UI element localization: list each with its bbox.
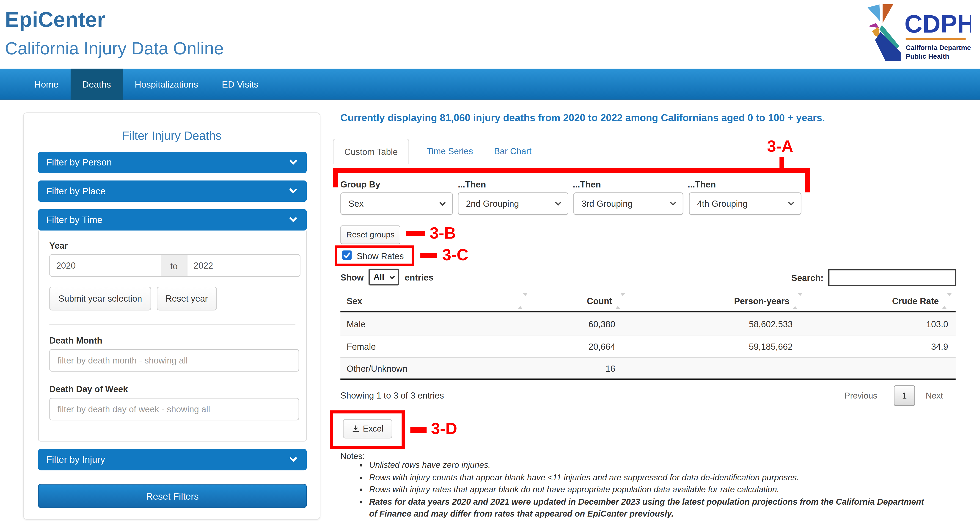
year-label: Year	[49, 240, 68, 251]
cell-crude-rate: 103.0	[815, 319, 956, 329]
column-header-sex-label: Sex	[347, 296, 362, 306]
death-month-label: Death Month	[49, 335, 102, 345]
annotation-3d-box	[330, 410, 405, 449]
reset-filters-button[interactable]: Reset Filters	[38, 484, 307, 508]
year-from-input[interactable]	[49, 254, 162, 277]
annotation-3b-dash	[406, 231, 425, 236]
page-subtitle: California Injury Data Online	[5, 39, 224, 59]
year-to-addon: to	[161, 254, 187, 277]
filter-panel: Filter Injury Deaths Filter by Person Fi…	[23, 113, 320, 520]
nav-item-hospitalizations[interactable]: Hospitalizations	[123, 69, 210, 100]
annotation-3a-connector	[780, 157, 784, 168]
then-label-2: ...Then	[573, 179, 601, 189]
fourth-grouping-select[interactable]: 4th Grouping	[689, 192, 802, 215]
tab-custom-table[interactable]: Custom Table	[333, 139, 409, 164]
tab-divider	[333, 164, 956, 164]
nav-item-deaths[interactable]: Deaths	[70, 69, 123, 100]
pagination-page-1[interactable]: 1	[894, 385, 915, 406]
cell-sex: Male	[340, 319, 528, 329]
sort-icon[interactable]	[792, 296, 803, 306]
notes-list: Unlisted rows have zero injuries. Rows w…	[358, 459, 925, 520]
note-item: Rates for data years 2020 and 2021 were …	[369, 496, 925, 520]
tab-bar-chart[interactable]: Bar Chart	[494, 139, 531, 164]
chevron-down-icon	[390, 274, 395, 279]
group-by-select-value: Sex	[348, 199, 364, 209]
annotation-3a-bracket-left	[333, 168, 338, 187]
sort-icon[interactable]	[615, 296, 625, 306]
annotation-3a-bracket	[333, 168, 810, 173]
chevron-down-icon	[289, 454, 297, 462]
sort-icon[interactable]	[942, 296, 952, 306]
second-grouping-select[interactable]: 2nd Grouping	[458, 192, 568, 215]
table-row: Female 20,664 59,185,662 34.9	[340, 335, 956, 357]
entries-length-select[interactable]: All	[369, 269, 399, 286]
filter-section-injury[interactable]: Filter by Injury	[38, 449, 307, 470]
death-day-input[interactable]	[49, 398, 299, 420]
chevron-down-icon	[788, 200, 794, 206]
filter-time-body: Year to Submit year selection Reset year…	[38, 231, 307, 442]
cell-sex: Other/Unknown	[340, 363, 528, 373]
cdph-logo: CDPH California Department of Public Hea…	[865, 3, 970, 66]
results-table: Sex Count Person-years Crude Rate Male 6…	[340, 291, 956, 380]
submit-year-button[interactable]: Submit year selection	[49, 287, 151, 310]
pagination-next[interactable]: Next	[926, 391, 943, 401]
column-header-sex[interactable]: Sex	[340, 296, 528, 306]
divider	[49, 324, 296, 325]
main-navbar: Home Deaths Hospitalizations ED Visits	[0, 69, 980, 100]
note-item: Unlisted rows have zero injuries.	[369, 459, 925, 471]
annotation-3c-box	[335, 245, 414, 266]
third-grouping-select-value: 3rd Grouping	[581, 199, 633, 209]
reset-groups-button[interactable]: Reset groups	[340, 226, 400, 244]
group-by-label: Group By	[340, 179, 380, 189]
annotation-3c-dash	[420, 253, 437, 258]
then-label-1: ...Then	[458, 179, 486, 189]
then-label-3: ...Then	[688, 179, 716, 189]
column-header-count-label: Count	[587, 296, 612, 306]
note-item: Rows with injury rates that appear blank…	[369, 483, 925, 496]
filter-section-person[interactable]: Filter by Person	[38, 152, 307, 173]
entries-length-value: All	[374, 272, 384, 281]
search-input[interactable]	[828, 269, 956, 286]
table-row: Male 60,380 58,602,533 103.0	[340, 312, 956, 335]
column-header-count[interactable]: Count	[528, 296, 634, 306]
annotation-3d-label: 3-D	[431, 419, 457, 439]
column-header-person-years[interactable]: Person-years	[634, 296, 815, 306]
reset-year-button[interactable]: Reset year	[157, 287, 217, 310]
filter-section-time[interactable]: Filter by Time	[38, 209, 307, 231]
chevron-down-icon	[555, 200, 561, 206]
filter-section-place[interactable]: Filter by Place	[38, 181, 307, 202]
chevron-down-icon	[289, 186, 297, 194]
cell-count: 16	[528, 363, 634, 373]
filter-section-place-label: Filter by Place	[46, 185, 106, 196]
year-to-input[interactable]	[187, 254, 301, 277]
fourth-grouping-select-value: 4th Grouping	[697, 199, 748, 209]
annotation-3c-label: 3-C	[442, 245, 468, 265]
column-header-crude-rate-label: Crude Rate	[892, 296, 939, 306]
filter-section-time-label: Filter by Time	[46, 214, 102, 225]
cell-crude-rate: 34.9	[815, 341, 956, 351]
nav-item-home[interactable]: Home	[22, 69, 70, 100]
death-day-label: Death Day of Week	[49, 384, 128, 394]
sort-icon[interactable]	[518, 296, 528, 306]
chevron-down-icon	[289, 157, 297, 165]
page-title: EpiCenter	[5, 8, 105, 32]
table-header-row: Sex Count Person-years Crude Rate	[340, 291, 956, 312]
chevron-down-icon	[289, 214, 297, 222]
second-grouping-select-value: 2nd Grouping	[466, 199, 519, 209]
tab-time-series[interactable]: Time Series	[426, 139, 473, 164]
annotation-3b-label: 3-B	[430, 224, 456, 243]
cell-count: 60,380	[528, 319, 634, 329]
pagination-previous[interactable]: Previous	[845, 391, 877, 401]
cell-person-years: 59,185,662	[634, 341, 815, 351]
chevron-down-icon	[439, 200, 445, 206]
svg-text:Public Health: Public Health	[906, 52, 949, 60]
column-header-crude-rate[interactable]: Crude Rate	[815, 296, 956, 306]
third-grouping-select[interactable]: 3rd Grouping	[573, 192, 683, 215]
svg-text:California Department of: California Department of	[906, 44, 970, 51]
showing-entries-text: Showing 1 to 3 of 3 entries	[340, 390, 444, 401]
death-month-input[interactable]	[49, 349, 299, 372]
nav-item-ed-visits[interactable]: ED Visits	[210, 69, 270, 100]
filter-panel-title: Filter Injury Deaths	[24, 129, 320, 143]
group-by-select[interactable]: Sex	[340, 192, 453, 215]
cdph-acronym: CDPH	[904, 10, 970, 38]
